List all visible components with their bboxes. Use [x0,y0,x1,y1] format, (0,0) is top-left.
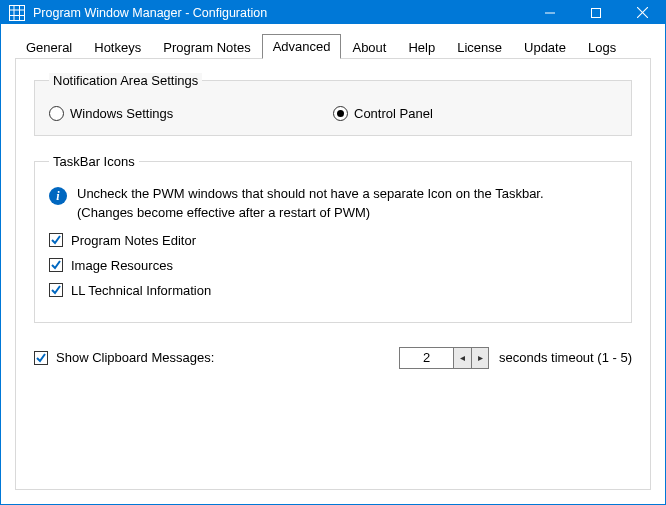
window-controls [527,1,665,24]
notification-group: Notification Area Settings Windows Setti… [34,73,632,136]
tab-panel-advanced: Notification Area Settings Windows Setti… [15,58,651,490]
svg-rect-6 [592,8,601,17]
taskbar-info: i Uncheck the PWM windows that should no… [49,185,617,223]
radio-control-panel[interactable] [333,106,348,121]
checkbox-image-resources[interactable] [49,258,63,272]
taskbar-info-text: Uncheck the PWM windows that should not … [77,185,544,223]
app-window: Program Window Manager - Configuration G… [0,0,666,505]
timeout-value[interactable]: 2 [400,348,454,368]
timeout-spinner[interactable]: 2 ◂ ▸ [399,347,489,369]
radio-control-panel-label: Control Panel [354,106,433,121]
tab-help[interactable]: Help [397,35,446,59]
spinner-up-icon[interactable]: ▸ [471,348,488,368]
tab-update[interactable]: Update [513,35,577,59]
checkbox-ll-technical-information[interactable] [49,283,63,297]
app-icon [9,5,25,21]
tab-advanced[interactable]: Advanced [262,34,342,59]
client-area: General Hotkeys Program Notes Advanced A… [1,24,665,504]
maximize-button[interactable] [573,1,619,24]
close-button[interactable] [619,1,665,24]
radio-windows-settings-label: Windows Settings [70,106,173,121]
tab-logs[interactable]: Logs [577,35,627,59]
notification-radio-row: Windows Settings Control Panel [49,106,617,121]
titlebar[interactable]: Program Window Manager - Configuration [1,1,665,24]
checkbox-ll-technical-information-label: LL Technical Information [71,283,211,298]
tab-hotkeys[interactable]: Hotkeys [83,35,152,59]
timeout-suffix: seconds timeout (1 - 5) [499,350,632,365]
radio-windows-settings[interactable] [49,106,64,121]
checkbox-image-resources-label: Image Resources [71,258,173,273]
spinner-down-icon[interactable]: ◂ [454,348,471,368]
window-title: Program Window Manager - Configuration [33,6,527,20]
taskbar-info-line1: Uncheck the PWM windows that should not … [77,186,544,201]
clipboard-row: Show Clipboard Messages: 2 ◂ ▸ seconds t… [34,347,632,369]
taskbar-group: TaskBar Icons i Uncheck the PWM windows … [34,154,632,323]
taskbar-info-line2: (Changes become effective after a restar… [77,205,370,220]
info-icon: i [49,187,67,205]
minimize-button[interactable] [527,1,573,24]
clipboard-label: Show Clipboard Messages: [56,350,399,365]
tab-general[interactable]: General [15,35,83,59]
svg-rect-0 [10,5,25,20]
checkbox-show-clipboard[interactable] [34,351,48,365]
tab-about[interactable]: About [341,35,397,59]
tab-program-notes[interactable]: Program Notes [152,35,261,59]
checkbox-program-notes-editor[interactable] [49,233,63,247]
checkbox-program-notes-editor-label: Program Notes Editor [71,233,196,248]
tab-strip: General Hotkeys Program Notes Advanced A… [15,34,651,59]
notification-legend: Notification Area Settings [49,73,202,88]
tab-license[interactable]: License [446,35,513,59]
taskbar-legend: TaskBar Icons [49,154,139,169]
